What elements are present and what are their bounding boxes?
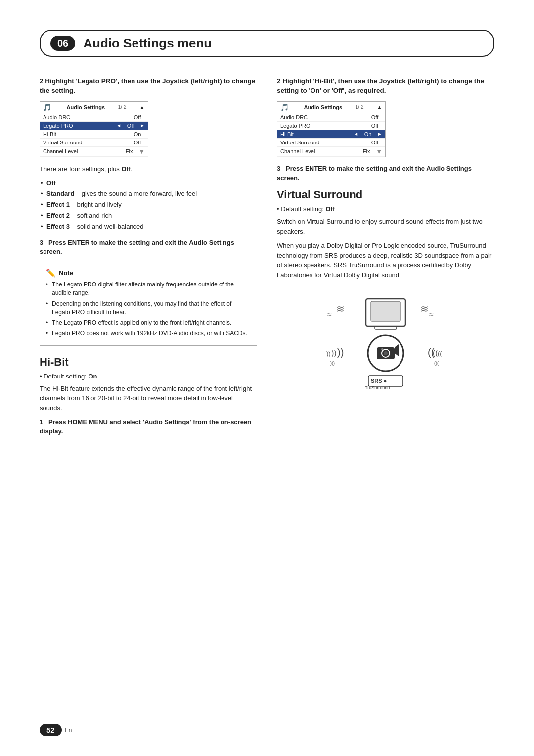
table2-title: Audio Settings [304, 104, 343, 110]
table1-scroll-bottom-icon: ▼ [138, 148, 145, 155]
table2-header: 🎵 Audio Settings 1/ 2 ▲ [277, 102, 385, 113]
step2-left-heading: 2 Highlight 'Legato PRO', then use the J… [40, 77, 257, 95]
svg-text:)): )) [331, 349, 337, 357]
hibit-default: • Default setting: On [40, 373, 257, 380]
arrow-left-icon: ◄ [116, 123, 121, 128]
hibit-step1: 1 Press HOME MENU and select 'Audio Sett… [40, 418, 257, 436]
table1-title: Audio Settings [67, 104, 105, 110]
note-label: Note [59, 269, 73, 277]
main-content: 2 Highlight 'Legato PRO', then use the J… [40, 77, 494, 442]
table1-header: 🎵 Audio Settings 1/ 2 ▲ [40, 102, 148, 113]
note-header: ✏️ Note [46, 268, 251, 278]
svg-text:≈: ≈ [327, 310, 332, 319]
arrow-right-2-icon: ► [377, 131, 382, 137]
list-item: Effect 1 – bright and lively [40, 200, 257, 210]
table2-row-3: Virtual Surround Off [277, 139, 385, 147]
svg-text:≋: ≋ [336, 303, 345, 314]
arrow-right-icon: ► [140, 123, 145, 128]
table2-row-0: Audio DRC Off [277, 113, 385, 122]
note-item: The Legato PRO effect is applied only to… [46, 319, 251, 327]
note-item: Legato PRO does not work with 192kHz DVD… [46, 330, 251, 338]
note-item: The Legato PRO digital filter affects ma… [46, 281, 251, 297]
svg-text:≈: ≈ [429, 310, 434, 319]
table1-row-2: Hi-Bit On [40, 130, 148, 139]
list-item: Effect 2 – soft and rich [40, 211, 257, 221]
hibit-section: Hi-Bit • Default setting: On The Hi-Bit … [40, 356, 257, 436]
page-lang: En [65, 727, 72, 734]
virtual-surround-body2: When you play a Dolby Digital or Pro Log… [277, 241, 494, 280]
table2-row-1: Legato PRO Off [277, 122, 385, 130]
arrow-left-2-icon: ◄ [354, 131, 358, 137]
svg-text:≋: ≋ [420, 303, 429, 314]
audio-table-1: 🎵 Audio Settings 1/ 2 ▲ Audio DRC Off Le… [40, 101, 148, 157]
hibit-body: The Hi-Bit feature extends the effective… [40, 384, 257, 413]
list-item: Off [40, 179, 257, 188]
svg-text:(((: ((( [434, 361, 439, 366]
audio-table-2: 🎵 Audio Settings 1/ 2 ▲ Audio DRC Off Le… [277, 101, 386, 157]
step2-right-heading: 2 Highlight 'Hi-Bit', then use the Joyst… [277, 77, 494, 95]
svg-text:))): ))) [330, 361, 335, 366]
page-container: 06 Audio Settings menu 2 Highlight 'Lega… [0, 0, 534, 756]
virtual-surround-default: • Default setting: Off [277, 205, 494, 213]
table1-icon: 🎵 [43, 103, 51, 111]
svg-rect-3 [371, 301, 400, 321]
table1-row-0: Audio DRC Off [40, 113, 148, 122]
step3-left-heading: 3 Press ENTER to make the setting and ex… [40, 238, 257, 257]
left-column: 2 Highlight 'Legato PRO', then use the J… [40, 77, 257, 442]
right-column: 2 Highlight 'Hi-Bit', then use the Joyst… [277, 77, 494, 442]
table1-row-1: Legato PRO ◄ Off ► [40, 122, 148, 130]
virtual-surround-section: Virtual Surround • Default setting: Off … [277, 189, 494, 390]
svg-text:((: (( [438, 350, 442, 357]
svg-text:)): )) [337, 347, 344, 358]
svg-text:)): )) [326, 350, 331, 357]
virtual-surround-body1: Switch on Virtual Surround to enjoy surr… [277, 217, 494, 236]
chapter-title: Audio Settings menu [83, 36, 212, 51]
note-box: ✏️ Note The Legato PRO digital filter af… [40, 263, 257, 346]
note-item: Depending on the listening conditions, y… [46, 300, 251, 317]
step3-right-heading: 3 Press ENTER to make the setting and ex… [277, 164, 494, 183]
table2-scroll-top-icon: ▲ [377, 104, 382, 110]
table2-icon: 🎵 [280, 103, 289, 111]
table1-page: 1/ 2 [118, 104, 127, 110]
virtual-surround-heading: Virtual Surround [277, 189, 494, 201]
table1-row-3: Virtual Surround Off [40, 139, 148, 147]
settings-intro: There are four settings, plus Off. [40, 164, 257, 174]
svg-text:TruSurround: TruSurround [365, 385, 390, 390]
settings-bullet-list: Off Standard – gives the sound a more fo… [40, 179, 257, 231]
table2-scroll-bottom-icon: ▼ [376, 148, 382, 155]
table2-row-4: Channel Level Fix ▼ [277, 147, 385, 157]
page-footer: 52 En [40, 724, 72, 736]
svg-point-15 [384, 351, 388, 355]
table2-page: 1/ 2 [356, 104, 364, 110]
list-item: Effect 3 – solid and well-balanced [40, 222, 257, 232]
table2-row-2: Hi-Bit ◄ On ► [277, 130, 385, 139]
list-item: Standard – gives the sound a more forwar… [40, 189, 257, 199]
chapter-num: 06 [50, 36, 75, 51]
note-list: The Legato PRO digital filter affects ma… [46, 281, 251, 338]
svg-marker-16 [395, 344, 399, 356]
srs-svg: ≋ ≈ ≋ ≈ )) )) )) [321, 291, 450, 390]
hibit-heading: Hi-Bit [40, 356, 257, 369]
srs-diagram: ≋ ≈ ≋ ≈ )) )) )) [277, 291, 494, 390]
note-icon: ✏️ [46, 268, 56, 278]
page-number: 52 [40, 724, 62, 736]
table1-row-4: Channel Level Fix ▼ [40, 147, 148, 157]
svg-text:SRS ●: SRS ● [371, 378, 387, 384]
svg-point-17 [381, 348, 383, 350]
table1-scroll-top-icon: ▲ [139, 104, 145, 110]
chapter-header: 06 Audio Settings menu [40, 30, 494, 57]
